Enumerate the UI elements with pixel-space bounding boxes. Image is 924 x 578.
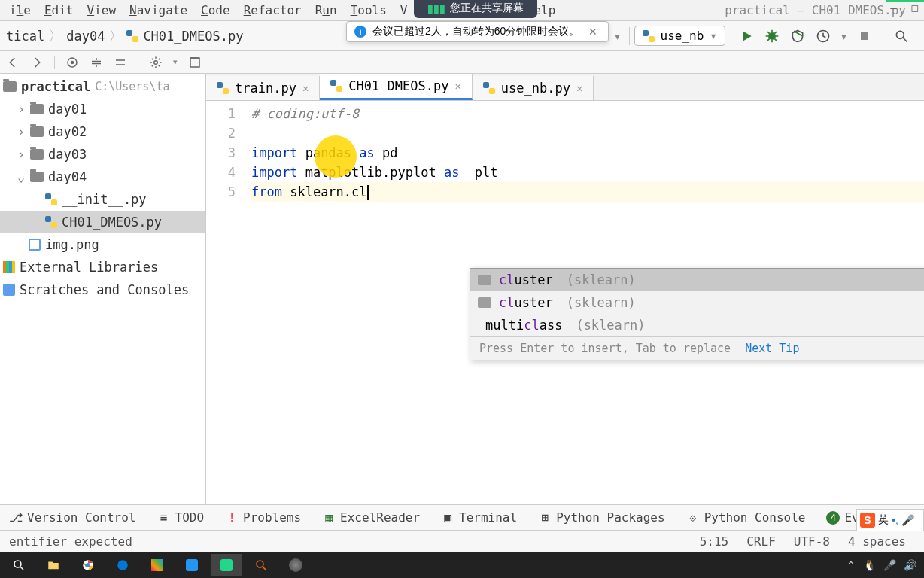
tray-penguin-icon[interactable]: 🐧 — [863, 559, 876, 571]
file-init[interactable]: __init__.py — [0, 188, 205, 211]
menu-view[interactable]: View — [81, 2, 122, 19]
close-icon[interactable]: ✕ — [302, 82, 309, 94]
chevron-down-icon[interactable]: ▾ — [615, 30, 620, 42]
python-file-icon — [643, 30, 655, 42]
todo-tab[interactable]: ≡TODO — [157, 510, 205, 525]
app3-taskbar-button[interactable] — [280, 554, 312, 576]
project-tree[interactable]: practical C:\Users\ta ›day01 ›day02 ›day… — [0, 74, 206, 504]
excel-icon: ▦ — [322, 511, 336, 525]
run-button[interactable] — [739, 29, 754, 44]
problems-tab[interactable]: !Problems — [225, 510, 301, 525]
chevron-right-icon: 〉 — [106, 27, 125, 44]
hide-icon[interactable] — [188, 56, 202, 69]
code-line-5: from sklearn.cl — [251, 182, 924, 202]
scratches[interactable]: Scratches and Consoles — [0, 278, 205, 301]
edge-taskbar-button[interactable] — [107, 554, 138, 576]
chevron-down-icon: ⌄ — [17, 169, 26, 184]
menu-vcs[interactable]: V — [394, 2, 414, 19]
forward-icon[interactable] — [30, 56, 44, 69]
autocomplete-option[interactable]: cluster (sklearn) — [470, 291, 924, 314]
gutter: 12345 — [206, 101, 248, 504]
ime-indicator[interactable]: S 英 •, 🎤 — [856, 509, 924, 531]
profile-button[interactable] — [816, 29, 831, 44]
excelreader-tab[interactable]: ▦ExcelReader — [322, 510, 420, 525]
select-opened-icon[interactable] — [65, 56, 79, 69]
indent-setting[interactable]: 4 spaces — [839, 534, 915, 549]
file-ch01[interactable]: CH01_DMEOS.py — [0, 211, 205, 233]
python-console-tab[interactable]: ⟐Python Console — [686, 510, 806, 525]
search-taskbar-button[interactable] — [3, 554, 35, 576]
autocomplete-option[interactable]: cluster (sklearn) — [470, 269, 924, 291]
explorer-taskbar-button[interactable] — [38, 554, 69, 576]
version-control-tab[interactable]: ⎇Version Control — [9, 510, 136, 525]
python-icon: ⟐ — [686, 511, 700, 525]
line-separator[interactable]: CRLF — [737, 534, 785, 549]
folder-icon — [30, 149, 44, 160]
svg-point-7 — [154, 60, 158, 64]
menu-file[interactable]: ile — [3, 2, 37, 19]
svg-point-9 — [14, 561, 21, 567]
menu-tools[interactable]: Tools — [345, 2, 393, 19]
meeting-tip: i 会议已超过2人，自动转为60分钟限时会议。 ✕ — [346, 21, 609, 42]
coverage-button[interactable] — [790, 29, 805, 44]
autocomplete-option[interactable]: multiclass (sklearn) — [470, 314, 924, 336]
app2-taskbar-button[interactable] — [176, 554, 208, 576]
run-config-selector[interactable]: use_nb ▾ — [634, 26, 725, 46]
breadcrumb-root[interactable]: tical — [6, 29, 44, 44]
breadcrumb-file[interactable]: CH01_DMEOS.py — [143, 29, 243, 44]
folder-day01[interactable]: ›day01 — [0, 98, 205, 120]
menu-code[interactable]: Code — [195, 2, 236, 19]
folder-icon — [30, 126, 44, 137]
back-icon[interactable] — [6, 56, 20, 69]
tab-train[interactable]: train.py✕ — [206, 76, 320, 100]
chevron-down-icon: ▾ — [710, 29, 717, 43]
breadcrumb[interactable]: tical 〉 day04 〉 CH01_DMEOS.py — [6, 27, 243, 44]
project-root[interactable]: practical C:\Users\ta — [0, 75, 205, 98]
python-file-icon — [45, 193, 57, 205]
image-file-icon — [29, 239, 41, 251]
search-orange-button[interactable] — [245, 554, 277, 576]
tray-volume-icon[interactable]: 🔊 — [904, 559, 916, 571]
close-icon[interactable]: ✕ — [576, 82, 582, 94]
tray-chevron-icon[interactable]: ⌃ — [846, 559, 856, 571]
folder-day03[interactable]: ›day03 — [0, 143, 205, 166]
menu-refactor[interactable]: Refactor — [238, 2, 308, 19]
menu-edit[interactable]: Edit — [38, 2, 80, 19]
menu-run[interactable]: Run — [309, 2, 343, 19]
chrome-taskbar-button[interactable] — [72, 554, 104, 576]
expand-all-icon[interactable] — [90, 56, 103, 69]
minimize-button[interactable]: — — [887, 0, 899, 15]
terminal-tab[interactable]: ▣Terminal — [441, 510, 517, 525]
menu-navigate[interactable]: Navigate — [123, 2, 193, 19]
tray-mic-icon[interactable]: 🎤 — [883, 559, 896, 571]
folder-day02[interactable]: ›day02 — [0, 120, 205, 143]
svg-rect-3 — [861, 32, 868, 40]
gear-icon[interactable] — [149, 56, 163, 69]
collapse-all-icon[interactable] — [114, 56, 127, 69]
tab-usenb[interactable]: use_nb.py✕ — [473, 76, 594, 100]
python-file-icon — [483, 82, 495, 94]
file-encoding[interactable]: UTF-8 — [785, 534, 839, 549]
pycharm-taskbar-button[interactable] — [211, 554, 242, 576]
close-icon[interactable]: ✕ — [454, 80, 460, 92]
python-packages-tab[interactable]: ⊞Python Packages — [538, 510, 665, 525]
file-img[interactable]: img.png — [0, 233, 205, 256]
folder-day04[interactable]: ⌄day04 — [0, 166, 205, 188]
external-libraries[interactable]: External Libraries — [0, 256, 205, 278]
app-taskbar-button[interactable] — [141, 554, 173, 576]
chevron-down-icon[interactable]: ▾ — [841, 30, 846, 42]
system-tray[interactable]: ⌃ 🐧 🎤 🔊 — [846, 559, 921, 571]
autocomplete-popup[interactable]: cluster (sklearn) cluster (sklearn) mult… — [470, 268, 924, 360]
python-file-icon — [45, 216, 57, 228]
stop-button[interactable] — [857, 29, 872, 44]
caret-position[interactable]: 5:15 — [691, 534, 738, 549]
next-tip-link[interactable]: Next Tip — [745, 342, 799, 355]
debug-button[interactable] — [764, 29, 780, 44]
breadcrumb-mid[interactable]: day04 — [66, 29, 105, 44]
tab-ch01[interactable]: CH01_DMEOS.py✕ — [320, 74, 473, 100]
search-button[interactable] — [894, 29, 909, 44]
close-icon[interactable]: ✕ — [585, 26, 600, 38]
sogou-icon: S — [860, 513, 875, 528]
maximize-button[interactable]: □ — [909, 0, 921, 15]
tool-window-bar: ⎇Version Control ≡TODO !Problems ▦ExcelR… — [0, 504, 924, 530]
